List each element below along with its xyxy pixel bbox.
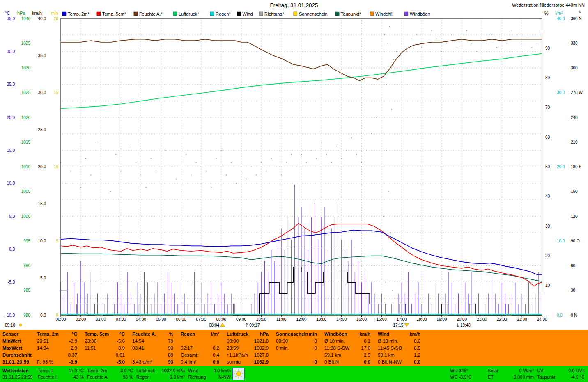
status-value: 0 W/m² [519,367,534,374]
stat-value: 0.01 [116,352,125,359]
x-tick-label: 18:00 [416,317,427,322]
stat-value: 93 [168,359,173,366]
axis-tick-minutes: 10 [54,165,59,169]
stat-time-label: 11:45 S-SO [378,345,402,352]
x-tick-label: 03:00 [116,317,126,322]
axis-tick-pct: 10 [545,283,550,288]
legend-swatch [370,12,374,16]
axis-tick-deg: 90 O [571,239,580,243]
status-label: Regen [136,374,149,380]
status-value: N-NW [218,374,231,380]
stats-cell: 00:000 [275,338,324,345]
stats-cell: 14:342.9 [36,345,84,352]
axis-tick-lm2: 20.0 [557,165,565,169]
stats-column-header: Temp. 2m°C [36,331,84,338]
stats-cell: 23:51-3.9 [36,338,84,345]
stat-value: 17.6 [361,345,370,352]
status-line: Temp. I.17.3 °C [38,367,84,374]
legend-swatch [294,12,297,16]
axis-tick-tempC: -10.0 [5,313,15,318]
stats-cell: ↑1.1hPa/h1027.8 [226,352,275,359]
stat-value: 0 [315,338,317,345]
status-value: 93 % [123,374,133,380]
axis-tick-minutes: 5 [56,239,58,243]
status-line: Temp. 2m-3.9 °C [87,367,133,374]
stat-time-label: 23:51 [37,338,49,345]
status-line: 31.01.25 23:59 [2,374,37,380]
legend-label: Taupunkt* [341,11,361,16]
stats-cell: 0 Bft N0.0 [324,359,377,366]
stat-time-label: 23:59 [227,345,239,352]
stats-cell: 3.43 g/m³93 [131,359,180,366]
x-tick-label: 13:00 [316,317,326,322]
status-value: 1032.9 hPa [162,367,185,374]
status-wind: Wind0.0 km/hRichtungN-NW [188,367,231,380]
stats-column-unit: % [169,331,173,338]
status-value: 17.3 °C [69,367,84,374]
axis-tick-pct: 80 [545,75,550,80]
marker-label: 17:15 [393,323,403,327]
status-label: Wetterdaten [2,367,28,374]
stat-time-label: 00:00 [276,338,288,345]
legend-swatch [62,12,66,16]
pc-wetterstation-window: °C-10.0-5.00.05.010.015.020.025.030.035.… [0,0,588,382]
stats-row-header: Durchschnitt [0,352,36,359]
stats-cell: 0 min.0 [275,345,324,352]
status-line: Feuchte I.43 % [38,374,84,380]
axis-tick-minutes: 0 [56,313,58,318]
legend-swatch [134,12,138,16]
stat-time-label: 11:38 S-SW [324,345,349,352]
axis-unit-lm2: l/m² [555,11,563,16]
status-label: ET [488,374,494,380]
stats-cell: 0.01 [84,352,131,359]
status-label: WR 346° [450,367,468,374]
marker-label: 09:10 [5,323,15,327]
axis-tick-kmh: 5.0 [40,276,46,280]
x-tick-label: 12:00 [296,317,306,322]
stat-time-label: 59.1 km [378,352,395,359]
axis-tick-minutes: 20 [54,16,59,21]
status-line: Feuchte A.93 % [87,374,133,380]
status-label: 31.01.25 23:59 [2,374,32,380]
status-header: Wetterdaten31.01.25 23:59 [2,367,37,380]
stats-column-unit: l/m² [211,331,219,338]
legend-swatch [335,12,339,16]
axis-unit-kmh: km/h [32,11,42,16]
status-value: -3.9 °C [119,367,133,374]
axis-tick-lm2: 40.0 [557,16,565,21]
stats-cell: 11:38 S-SW17.6 [324,345,377,352]
stat-value: 2.5 [364,352,370,359]
status-label: Feuchte I. [38,374,58,380]
stats-column-header: Sonnenscheinmin [275,331,324,338]
x-tick-label: 17:00 [397,317,407,322]
status-solar-et: Solar0 W/m²ET0.000 mm [488,367,534,380]
axis-tick-tempC: -5.0 [8,280,15,284]
stat-time-label: ↑1.1hPa/h [227,352,248,359]
stat-time-label: 03:41 [132,345,144,352]
stat-value: 0.0 [364,359,370,366]
axis-tick-tempC: 30.0 [7,49,15,54]
stats-cell: 0 [275,359,324,366]
status-value: 0.0 km/h [214,367,231,374]
stat-time-label: 0 Bft N [324,359,339,366]
stat-time-label: 14:34 [37,345,49,352]
axis-tick-pct: 60 [545,135,550,140]
axis-unit-tempC: °C [5,11,10,16]
status-label: Luftdruck [136,367,155,374]
legend-swatch [404,12,408,16]
legend-label: Temp. 2m* [68,11,90,16]
status-uv-dew: UV0.0 UV-ITaupunkt-4.9 °C [537,367,585,380]
legend-swatch [97,12,101,16]
stats-cell: -5.0 [84,359,131,366]
axis-tick-kmh: 0.0 [40,313,46,318]
stats-column-header: Regenl/m² [180,331,226,338]
legend-label: Wind [243,11,253,16]
x-tick-label: 04:00 [136,317,146,322]
x-tick-label: 11:00 [276,317,287,322]
stats-column-title: Wind [378,331,389,338]
axis-unit-minutes: min [51,11,58,16]
axis-tick-kmh: 25.0 [38,128,46,132]
stat-time-label: F: 93 % [37,359,53,366]
x-tick-label: 16:00 [377,317,387,322]
legend-label: Luftdruck* [179,11,199,16]
